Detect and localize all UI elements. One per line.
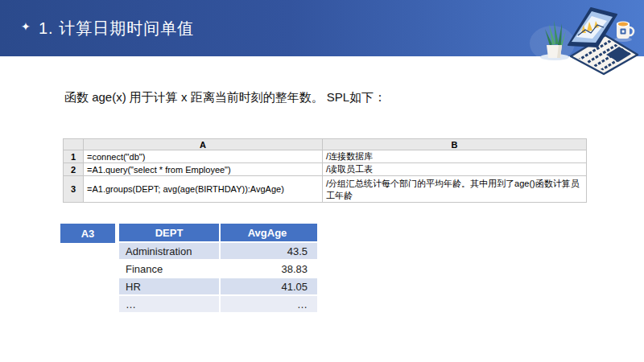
table-row: … … [119, 296, 317, 312]
avgage-cell: … [221, 296, 317, 312]
cell-a3: =A1.groups(DEPT; avg(age(BIRTHDAY)):AvgA… [84, 176, 323, 203]
mug-icon [614, 22, 634, 42]
laptop-icon [568, 8, 642, 79]
grid-corner-cell [64, 139, 84, 150]
laptop-illustration [525, 0, 644, 79]
dept-cell: … [119, 296, 219, 312]
result-col-avgage: AvgAge [221, 224, 317, 241]
grid-col-a-header: A [84, 139, 323, 150]
cell-b3: /分组汇总统计每个部门的平均年龄。其中用到了age()函数计算员工年龄 [323, 176, 587, 203]
intro-text: 函数 age(x) 用于计算 x 距离当前时刻的整年数。 SPL如下： [64, 90, 386, 105]
row-number: 2 [64, 163, 84, 176]
result-section: A3 DEPT AvgAge Administration 43.5 Finan… [60, 224, 319, 314]
row-number: 3 [64, 176, 84, 203]
table-row: HR 41.05 [119, 278, 317, 294]
dept-cell: Finance [119, 261, 219, 277]
result-header-row: DEPT AvgAge [119, 224, 317, 241]
cell-b1: /连接数据库 [323, 150, 587, 163]
avgage-cell: 41.05 [221, 278, 317, 294]
cell-a1: =connect("db") [84, 150, 323, 163]
table-row: Finance 38.83 [119, 261, 317, 277]
avgage-cell: 43.5 [221, 243, 317, 259]
grid-row-1: 1 =connect("db") /连接数据库 [64, 150, 587, 163]
grid-header-row: A B [64, 139, 587, 150]
spl-code-grid: A B 1 =connect("db") /连接数据库 2 =A1.query(… [63, 138, 587, 203]
result-table: DEPT AvgAge Administration 43.5 Finance … [118, 222, 319, 314]
grid-row-3: 3 =A1.groups(DEPT; avg(age(BIRTHDAY)):Av… [64, 176, 587, 203]
cell-ref-badge: A3 [60, 224, 115, 243]
grid-row-2: 2 =A1.query("select * from Employee") /读… [64, 163, 587, 176]
dept-cell: Administration [119, 243, 219, 259]
page-title: 1. 计算日期时间单值 [39, 18, 194, 39]
grid-col-b-header: B [323, 139, 587, 150]
dept-cell: HR [119, 278, 219, 294]
cell-b2: /读取员工表 [323, 163, 587, 176]
table-row: Administration 43.5 [119, 243, 317, 259]
cell-a2: =A1.query("select * from Employee") [84, 163, 323, 176]
avgage-cell: 38.83 [221, 261, 317, 277]
row-number: 1 [64, 150, 84, 163]
sparkle-icon: ✦ [21, 21, 31, 32]
result-col-dept: DEPT [119, 224, 219, 241]
